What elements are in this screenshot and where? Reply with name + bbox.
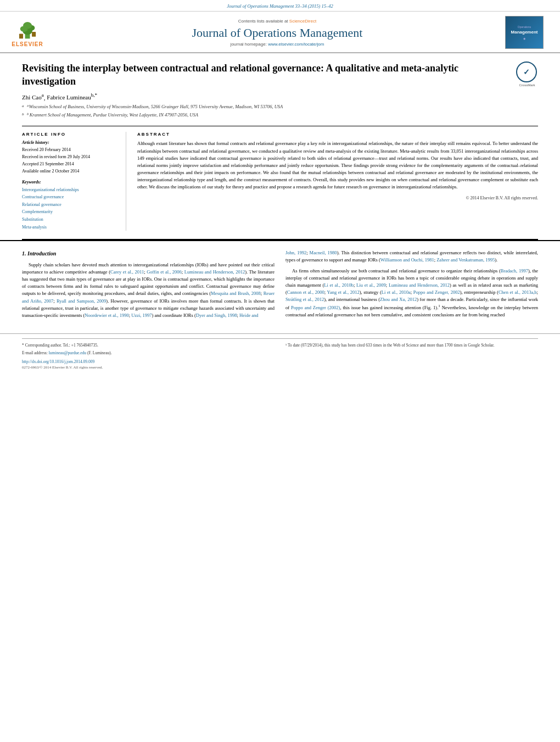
ref-uzzi[interactable]: Uzzi, 1997 <box>131 313 152 318</box>
homepage-line: journal homepage: www.elsevier.com/locat… <box>49 42 505 47</box>
corresponding-author-note: * Corresponding author. Tel.: +1 7654840… <box>22 342 275 348</box>
body-col-right: John, 1992; Macneil, 1980). This distinc… <box>285 249 538 322</box>
ref-li-2010b[interactable]: Li et al., 2010b <box>324 282 354 288</box>
revised-date: Received in revised form 29 July 2014 <box>22 154 119 161</box>
ref-yang[interactable]: Yang et al., 2012 <box>327 289 360 295</box>
journal-logo-box: Operations Management ◉ <box>505 16 544 49</box>
main-body: 1. Introduction Supply chain scholars ha… <box>0 240 560 328</box>
elsevier-label: ELSEVIER <box>12 41 43 47</box>
ref-lumineau-henderson[interactable]: Lumineau and Henderson, 2012 <box>184 269 245 275</box>
footnote-1: ¹ To date (07/29/2014), this study has b… <box>285 342 538 348</box>
keyword-2: Contractual governance <box>22 193 119 201</box>
footer-section: * Corresponding author. Tel.: +1 7654840… <box>0 333 560 375</box>
keyword-3: Relational governance <box>22 201 119 209</box>
issn-line: 0272-6963/© 2014 Elsevier B.V. All right… <box>22 365 275 371</box>
crossmark-badge: ✓ CrossMark <box>516 62 538 83</box>
ref-poppo-zenger[interactable]: Poppo and Zenger, 2002 <box>413 289 460 295</box>
keyword-1: Interorganizational relationships <box>22 186 119 194</box>
article-info-label: Article Info <box>22 132 119 137</box>
ref-ryall[interactable]: Ryall and Sampson, 2009 <box>57 298 106 304</box>
body-para-2: John, 1992; Macneil, 1980). This distinc… <box>285 249 538 264</box>
contents-line: Contents lists available at ScienceDirec… <box>49 19 505 24</box>
footer-row: * Corresponding author. Tel.: +1 7654840… <box>22 342 538 370</box>
received-date: Received 20 February 2014 <box>22 147 119 154</box>
ref-macneil[interactable]: Macneil, 1980 <box>310 250 337 255</box>
section-1-heading: 1. Introduction <box>22 249 275 258</box>
abstract-label: Abstract <box>137 132 538 137</box>
email-line: E-mail address: lumineau@purdue.edu (F. … <box>22 350 275 356</box>
article-content: Revisiting the interplay between contrac… <box>0 53 560 239</box>
keyword-6: Meta-analysis <box>22 224 119 231</box>
elsevier-logo-area: ELSEVIER <box>5 18 49 47</box>
body-col-left: 1. Introduction Supply chain scholars ha… <box>22 249 275 322</box>
ref-lumineau-henderson-2[interactable]: Lumineau and Henderson, 2012 <box>389 282 450 288</box>
ref-liu[interactable]: Liu et al., 2009 <box>356 282 386 288</box>
ref-cannon[interactable]: Cannon et al., 2000 <box>287 289 324 295</box>
elsevier-tree-icon <box>13 18 43 40</box>
ref-zaheer[interactable]: Zaheer and Venkatraman, 1995 <box>436 257 495 263</box>
doi-link[interactable]: http://dx.doi.org/10.1016/j.jom.2014.09.… <box>22 359 275 365</box>
footer-right: ¹ To date (07/29/2014), this study has b… <box>285 342 538 348</box>
journal-reference: Journal of Operations Management 33–34 (… <box>227 3 333 9</box>
article-title: Revisiting the interplay between contrac… <box>22 62 505 88</box>
ref-goffin[interactable]: Goffin et al., 2006 <box>147 269 182 275</box>
journal-logo-box-area: Operations Management ◉ <box>505 16 549 49</box>
homepage-url[interactable]: www.elsevier.com/locate/jom <box>268 42 324 47</box>
ref-carey[interactable]: Carey et al., 2011 <box>110 269 144 275</box>
ref-john[interactable]: John, 1992 <box>285 250 306 255</box>
page: Journal of Operations Management 33–34 (… <box>0 0 560 742</box>
ref-dyer[interactable]: Dyer and Singh, 1998 <box>196 313 237 318</box>
journal-header: ELSEVIER Contents lists available at Sci… <box>0 12 560 53</box>
ref-zhou[interactable]: Zhou and Xu, 2012 <box>380 297 417 302</box>
ref-williamson[interactable]: Williamson and Ouchi, 1981 <box>380 257 434 263</box>
keyword-5: Substitution <box>22 216 119 224</box>
accepted-date: Accepted 21 September 2014 <box>22 161 119 168</box>
affiliation-a: a ᵃ Wisconsin School of Business, Univer… <box>22 103 538 111</box>
ref-bradach[interactable]: Bradach, 1997 <box>501 268 528 274</box>
copyright-line: © 2014 Elsevier B.V. All rights reserved… <box>137 196 538 200</box>
ref-noordewier[interactable]: Noordewier et al., 1990 <box>85 313 129 318</box>
svg-point-4 <box>23 22 32 29</box>
affiliation-b: b ᵇ Krannert School of Management, Purdu… <box>22 111 538 120</box>
abstract-column: Abstract Although extant literature has … <box>137 132 538 231</box>
info-abstract-section: Article Info Article history: Received 2… <box>22 126 538 231</box>
footer-left: * Corresponding author. Tel.: +1 7654840… <box>22 342 275 370</box>
journal-header-center: Contents lists available at ScienceDirec… <box>49 19 505 47</box>
ref-li-2010a[interactable]: Li et al., 2010a <box>382 289 411 295</box>
crossmark-icon[interactable]: ✓ <box>516 62 537 82</box>
svg-rect-6 <box>32 31 36 36</box>
sciencedirect-link[interactable]: ScienceDirect <box>289 19 316 24</box>
abstract-text: Although extant literature has shown tha… <box>137 140 538 191</box>
elsevier-logo: ELSEVIER <box>5 18 49 47</box>
ref-mesquita[interactable]: Mesquita and Brush, 2008 <box>211 291 261 296</box>
author-cao: Zhi Caoa <box>22 94 44 101</box>
body-para-3: As firms often simultaneously use both c… <box>285 267 538 319</box>
title-section: Revisiting the interplay between contrac… <box>22 62 538 88</box>
affiliations: a ᵃ Wisconsin School of Business, Univer… <box>22 103 538 119</box>
journal-top-bar: Journal of Operations Management 33–34 (… <box>0 0 560 12</box>
journal-title: Journal of Operations Management <box>49 26 505 40</box>
available-date: Available online 2 October 2014 <box>22 168 119 175</box>
authors-line: Zhi Caoa, Fabrice Lumineaub,* <box>22 93 538 101</box>
email-address[interactable]: lumineau@purdue.edu <box>49 350 86 355</box>
ref-heide-and[interactable]: Heide and <box>239 313 259 318</box>
keywords-label: Keywords: <box>22 180 119 185</box>
keyword-4: Complementarity <box>22 208 119 216</box>
ref-poppo-zenger-2002[interactable]: Poppo and Zenger (2002) <box>291 305 340 310</box>
ref-stratling[interactable]: Strätling et al., 2012 <box>285 297 324 302</box>
article-info-column: Article Info Article history: Received 2… <box>22 132 126 231</box>
body-para-1: Supply chain scholars have devoted much … <box>22 261 275 319</box>
body-columns: 1. Introduction Supply chain scholars ha… <box>22 249 538 322</box>
author-lumineau: Fabrice Lumineaub,* <box>47 94 97 101</box>
history-label: Article history: <box>22 140 119 145</box>
footer-divider <box>22 338 538 339</box>
svg-rect-5 <box>19 34 23 38</box>
ref-chen[interactable]: Chen et al., 2013a,b <box>499 289 537 295</box>
keywords-section: Keywords: Interorganizational relationsh… <box>22 180 119 231</box>
